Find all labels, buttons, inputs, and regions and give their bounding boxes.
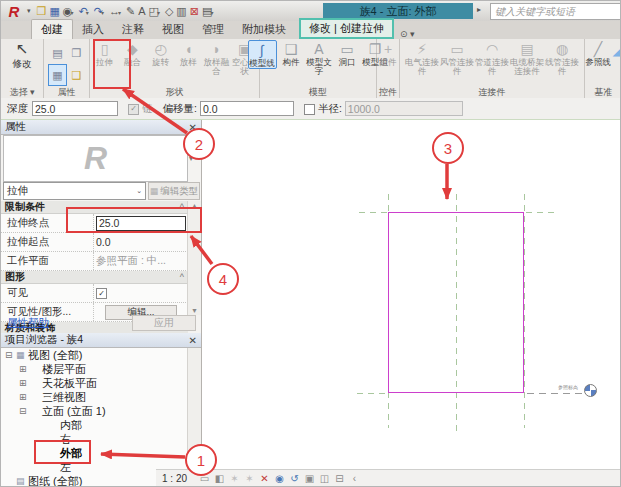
close-icon[interactable]: ✕	[189, 335, 197, 346]
print-icon[interactable]: ◉▾	[61, 5, 76, 18]
control-button[interactable]: + 控件	[375, 40, 402, 67]
model-line-button[interactable]: ∫ 模型线	[248, 40, 277, 69]
ribbon-tab[interactable]: 注释	[113, 20, 153, 39]
chain-checkbox[interactable]: ✓	[128, 104, 139, 115]
app-menu-button[interactable]: R	[1, 2, 27, 20]
view-control-bar: 1 : 20 ▭◧✶✶✕◉↺▣◫⊟‹	[156, 469, 621, 487]
detail-level-icon[interactable]: ▭	[197, 473, 212, 484]
tree-expander-icon[interactable]: ⊟	[5, 350, 16, 360]
expand-icon[interactable]: ‹	[347, 473, 362, 484]
reference-line-button[interactable]: ╱ 参照线	[585, 40, 612, 67]
open-icon[interactable]: ❒	[35, 5, 47, 18]
duct-connector-button[interactable]: ▭ 风管连接件	[440, 40, 474, 77]
family-types-button[interactable]: ▦	[48, 64, 67, 86]
tree-expander-icon[interactable]: ⊞	[19, 392, 30, 402]
save-icon[interactable]: ▦	[47, 5, 59, 18]
tree-item[interactable]: 右	[1, 432, 188, 446]
redo-icon[interactable]: ↷▾	[92, 5, 106, 18]
collapse-icon: ^	[180, 202, 184, 212]
search-input[interactable]: 键入关键字或短语	[490, 3, 621, 20]
constraints-section-header[interactable]: 限制条件 ^	[1, 201, 188, 214]
tree-item[interactable]: ⊞ 楼层平面	[1, 362, 188, 376]
browser-tree: ⊟ ▦ 视图 (全部) ⊞ 楼层平面 ⊞ 天花板平面 ⊞	[1, 348, 188, 487]
visible-checkbox[interactable]: ✓	[96, 288, 107, 299]
tree-item[interactable]: 内部	[1, 418, 188, 432]
thin-lines-icon[interactable]: ▥	[174, 5, 186, 18]
level-head-symbol[interactable]	[584, 384, 597, 397]
tree-item[interactable]: ⊟ ▦ 视图 (全部)	[1, 348, 188, 362]
preview-caret-icon[interactable]: ▾	[189, 154, 193, 163]
swept-blend-button[interactable]: ◗ 放样融合	[203, 40, 230, 77]
default-3d-view-icon[interactable]: ◰▾	[146, 5, 161, 18]
blend-button[interactable]: ◆ 融合	[119, 40, 146, 67]
crop-region-icon[interactable]: ◉	[272, 473, 287, 484]
close-icon[interactable]: ✕	[189, 122, 197, 133]
component-button[interactable]: ❑ 构件	[278, 40, 305, 67]
tree-expander-icon[interactable]: ⊟	[19, 406, 30, 416]
measure-icon[interactable]: ↔▾	[107, 5, 123, 17]
scroll-down-icon[interactable]: ▼	[191, 307, 198, 314]
sweep-button[interactable]: ◖ 放样	[175, 40, 202, 67]
switch-windows-icon[interactable]: ▤▾	[200, 5, 215, 18]
text-icon[interactable]: A	[136, 5, 145, 17]
properties-help-link[interactable]: 属性帮助	[7, 316, 49, 330]
temporary-hide-icon[interactable]: ↺	[287, 473, 302, 484]
electrical-connector-button[interactable]: ⚡ 电气连接件	[405, 40, 439, 77]
pipe-connector-button[interactable]: ◠ 管道连接件	[475, 40, 509, 77]
aligned-dimension-icon[interactable]: ✎	[124, 5, 135, 18]
scroll-up-icon[interactable]: ▲	[191, 202, 198, 209]
edit-type-button[interactable]: ▦ 编辑类型	[148, 182, 200, 200]
revolve-button[interactable]: ◴ 旋转	[147, 40, 174, 67]
tree-item[interactable]: ⊞ 三维视图	[1, 390, 188, 404]
view-scale-button[interactable]: 1 : 20	[162, 473, 187, 484]
worksharing-icon[interactable]: ◫	[317, 473, 332, 484]
apply-button[interactable]: 应用	[132, 315, 196, 331]
extrusion-sketch-rectangle[interactable]	[388, 212, 524, 393]
close-hidden-windows-icon[interactable]: ⊠	[188, 5, 199, 18]
title-expand-icon[interactable]: ▸	[477, 5, 481, 14]
ribbon-tab[interactable]: 管理	[193, 20, 233, 39]
tree-expander-icon[interactable]: ⊞	[19, 378, 30, 388]
undo-icon[interactable]: ↶▾	[76, 5, 90, 18]
reveal-hidden-icon[interactable]: ▣	[302, 473, 317, 484]
family-parameters-button[interactable]: ❑	[67, 64, 86, 86]
modify-button[interactable]: ↖ 修改	[2, 40, 42, 71]
section-icon[interactable]: ◇	[163, 5, 173, 18]
offset-input[interactable]: 0.0	[200, 101, 294, 116]
properties-palette-button[interactable]: ▤	[48, 42, 67, 64]
constraints-icon[interactable]: ⊟	[332, 473, 347, 484]
extrusion-start-input[interactable]: 0.0	[94, 233, 188, 251]
ribbon-tab[interactable]: 创建	[31, 19, 73, 39]
project-browser-title: 项目浏览器 - 族4	[5, 333, 83, 347]
ribbon-display-toggle-icon[interactable]: ⊙ ▾	[400, 29, 415, 39]
sun-path-icon[interactable]: ✶	[227, 473, 242, 484]
contextual-tab-modify-create-extrusion[interactable]: 修改 | 创建拉伸	[299, 18, 394, 39]
tree-item[interactable]: ⊟ 立面 (立面 1)	[1, 404, 188, 418]
ribbon-tab[interactable]: 视图	[153, 20, 193, 39]
extrusion-button[interactable]: ▯ 拉伸	[91, 40, 118, 67]
extrusion-end-input[interactable]: 25.0	[96, 216, 186, 231]
edit-type-icon: ▦	[150, 186, 159, 196]
ribbon-tab[interactable]: 附加模块	[233, 20, 295, 39]
radius-checkbox[interactable]	[304, 104, 315, 115]
tree-expander-icon[interactable]: ⊞	[19, 364, 30, 374]
tree-item[interactable]: 外部	[1, 446, 188, 460]
opening-button[interactable]: ▭ 洞口	[334, 40, 361, 67]
select-panel-label[interactable]: 选择 ▾	[1, 86, 43, 98]
conduit-connector-button[interactable]: ◍ 线管连接件	[545, 40, 579, 77]
depth-input[interactable]: 25.0	[32, 101, 118, 116]
visual-style-icon[interactable]: ◧	[212, 473, 227, 484]
graphics-section-header[interactable]: 图形 ^	[1, 271, 188, 284]
type-selector[interactable]: 拉伸 ⌄	[3, 182, 146, 200]
app-menu-caret-icon[interactable]: ▾	[27, 7, 31, 15]
reference-plane-button[interactable]: ◢	[613, 40, 621, 58]
properties-scrollbar[interactable]: ▲ ▼	[187, 201, 201, 315]
browser-scrollbar[interactable]: ▼	[187, 348, 201, 487]
tree-item[interactable]: ⊞ 天花板平面	[1, 376, 188, 390]
cable-tray-connector-button[interactable]: ▤ 电缆桥架连接件	[510, 40, 544, 77]
ribbon-tab[interactable]: 插入	[73, 20, 113, 39]
shadows-icon[interactable]: ✶	[242, 473, 257, 484]
crop-view-icon[interactable]: ✕	[257, 473, 272, 484]
family-category-button[interactable]: ❒	[67, 42, 86, 64]
model-text-button[interactable]: A 模型文字	[306, 40, 333, 77]
